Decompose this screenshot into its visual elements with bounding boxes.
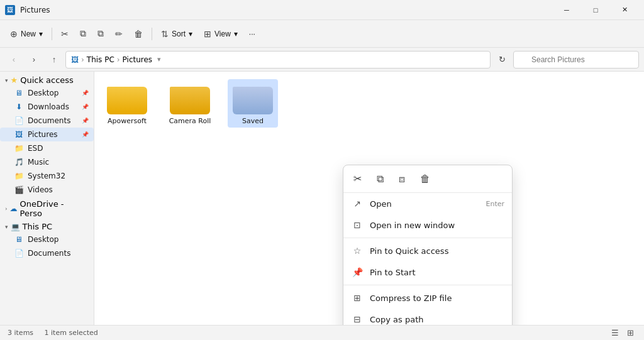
refresh-button[interactable]: ↻	[493, 51, 511, 69]
up-button[interactable]: ↑	[45, 51, 63, 69]
ctx-pin-quick-access[interactable]: ☆ Pin to Quick access	[343, 240, 512, 261]
ctx-toolbar: ✂ ⧉ ⧈ 🗑	[343, 165, 512, 193]
sidebar-item-music[interactable]: 🎵 Music	[0, 155, 94, 169]
copy-button[interactable]: ⧉	[75, 24, 91, 44]
toolbar-divider-2	[152, 28, 152, 40]
status-item-count: 3 items 1 item selected	[8, 329, 98, 337]
ctx-pin-start-icon: 📌	[351, 266, 364, 278]
ctx-open-new-window[interactable]: ⊡ Open in new window	[343, 214, 512, 236]
main-container: ▾ ★ Quick access 🖥 Desktop 📌 ⬇ Downloads…	[0, 72, 644, 325]
more-label: ···	[249, 30, 255, 38]
sidebar-item-downloads[interactable]: ⬇ Downloads 📌	[0, 100, 94, 114]
folder-cameraroll-icon	[170, 82, 210, 114]
sidebar-item-desktop[interactable]: 🖥 Desktop 📌	[0, 86, 94, 100]
ctx-paste-icon[interactable]: ⧈	[396, 170, 408, 187]
folder-saved[interactable]: Saved	[228, 79, 278, 128]
rename-button[interactable]: ✏	[110, 24, 128, 44]
thispc-label: This PC	[23, 222, 53, 231]
ctx-new-window-label: Open in new window	[370, 221, 504, 230]
new-icon: ⊕	[10, 29, 18, 39]
sidebar-item-thispc-documents[interactable]: 📄 Documents	[0, 246, 94, 260]
toolbar-divider-1	[52, 28, 52, 40]
window-controls: ─ □ ✕	[552, 0, 639, 20]
ctx-cut-icon[interactable]: ✂	[351, 170, 364, 187]
sidebar-item-videos[interactable]: 🎬 Videos	[0, 183, 94, 197]
content-area: Apowersoft Camera Roll Saved	[94, 72, 644, 325]
breadcrumb-icon: 🖼	[71, 55, 79, 64]
thispc-chevron: ▾	[5, 224, 8, 230]
ctx-copy-path[interactable]: ⊟ Copy as path	[343, 309, 512, 325]
status-view-controls: ☰ ⊞	[609, 327, 636, 339]
more-button[interactable]: ···	[244, 24, 260, 44]
search-container: 🔍	[513, 51, 639, 69]
cut-button[interactable]: ✂	[56, 24, 74, 44]
folder-cameraroll[interactable]: Camera Roll	[165, 79, 215, 128]
sort-chevron: ▾	[189, 30, 192, 38]
folder-apowersoft[interactable]: Apowersoft	[102, 79, 152, 128]
folder-saved-icon	[233, 82, 273, 114]
back-button[interactable]: ‹	[5, 51, 23, 69]
search-input[interactable]	[513, 51, 639, 69]
new-chevron: ▾	[39, 30, 43, 38]
pictures-icon: 🖼	[14, 129, 24, 140]
thispc-docs-icon: 📄	[14, 248, 24, 258]
ctx-pin-qa-label: Pin to Quick access	[370, 246, 504, 256]
quick-access-section: ▾ ★ Quick access 🖥 Desktop 📌 ⬇ Downloads…	[0, 74, 94, 197]
pin-icon-docs: 📌	[82, 118, 89, 124]
folder-apowersoft-label: Apowersoft	[108, 117, 147, 125]
new-label: New	[21, 30, 36, 38]
grid-view-button[interactable]: ⊞	[624, 327, 636, 339]
cut-icon: ✂	[61, 29, 69, 39]
ctx-copy-path-icon: ⊟	[351, 313, 364, 325]
downloads-icon: ⬇	[14, 102, 24, 112]
sidebar-item-pictures[interactable]: 🖼 Pictures 📌	[0, 128, 94, 141]
quick-access-header[interactable]: ▾ ★ Quick access	[0, 74, 94, 86]
ctx-delete-icon[interactable]: 🗑	[418, 170, 433, 187]
sidebar-item-esd[interactable]: 📁 ESD	[0, 141, 94, 155]
ctx-compress-zip[interactable]: ⊞ Compress to ZIP file	[343, 287, 512, 309]
ctx-pin-start[interactable]: 📌 Pin to Start	[343, 261, 512, 283]
documents-icon: 📄	[14, 116, 24, 126]
minimize-button[interactable]: ─	[552, 0, 581, 20]
sidebar-item-system32[interactable]: 📁 System32	[0, 169, 94, 183]
sort-icon: ⇅	[161, 29, 169, 39]
sort-button[interactable]: ⇅ Sort ▾	[156, 24, 197, 44]
view-icon: ⊞	[204, 29, 211, 39]
maximize-button[interactable]: □	[581, 0, 610, 20]
delete-button[interactable]: 🗑	[129, 24, 148, 44]
ctx-open[interactable]: ↗ Open Enter	[343, 193, 512, 214]
list-view-button[interactable]: ☰	[609, 327, 621, 339]
address-chevron: ▾	[155, 55, 164, 63]
system32-icon: 📁	[14, 171, 24, 181]
copy-icon: ⧉	[80, 28, 86, 39]
thispc-header[interactable]: ▾ 💻 This PC	[0, 221, 94, 233]
onedrive-chevron: ›	[5, 206, 8, 212]
folder-cameraroll-label: Camera Roll	[169, 117, 211, 125]
ctx-separator-1	[343, 238, 512, 238]
onedrive-label: OneDrive - Perso	[20, 199, 89, 218]
ctx-open-icon: ↗	[351, 197, 364, 210]
onedrive-section: › ☁ OneDrive - Perso	[0, 198, 94, 219]
paste-button[interactable]: ⧉	[92, 24, 109, 44]
quick-access-chevron: ▾	[5, 77, 8, 84]
delete-icon: 🗑	[134, 29, 143, 39]
view-label: View	[214, 30, 231, 38]
view-button[interactable]: ⊞ View ▾	[199, 24, 243, 44]
onedrive-header[interactable]: › ☁ OneDrive - Perso	[0, 198, 94, 219]
ctx-zip-label: Compress to ZIP file	[370, 293, 504, 303]
close-button[interactable]: ✕	[610, 0, 639, 20]
address-input[interactable]: 🖼 › This PC › Pictures ▾	[65, 51, 491, 69]
ctx-open-shortcut: Enter	[486, 200, 504, 208]
sidebar: ▾ ★ Quick access 🖥 Desktop 📌 ⬇ Downloads…	[0, 72, 94, 325]
ctx-copy-icon[interactable]: ⧉	[374, 170, 386, 187]
ctx-open-label: Open	[370, 199, 479, 209]
thispc-section: ▾ 💻 This PC 🖥 Desktop 📄 Documents	[0, 221, 94, 260]
new-button[interactable]: ⊕ New ▾	[5, 24, 48, 44]
thispc-icon: 💻	[11, 222, 20, 231]
sidebar-item-thispc-desktop[interactable]: 🖥 Desktop	[0, 233, 94, 246]
music-icon: 🎵	[14, 157, 24, 167]
forward-button[interactable]: ›	[25, 51, 43, 69]
sidebar-item-documents[interactable]: 📄 Documents 📌	[0, 114, 94, 128]
breadcrumb-pictures: Pictures	[123, 55, 153, 64]
folders-grid: Apowersoft Camera Roll Saved	[102, 79, 636, 128]
